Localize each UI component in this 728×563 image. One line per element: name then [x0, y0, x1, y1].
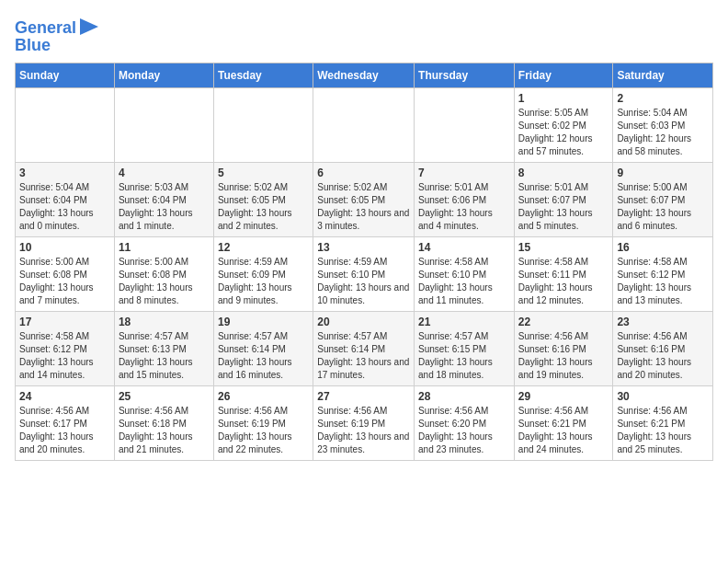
header-monday: Monday — [114, 63, 213, 87]
day-info: Sunrise: 4:56 AMSunset: 6:16 PMDaylight:… — [518, 330, 609, 382]
day-number: 29 — [518, 390, 609, 403]
day-cell: 27Sunrise: 4:56 AMSunset: 6:19 PMDayligh… — [313, 385, 415, 460]
day-info: Sunrise: 5:00 AMSunset: 6:08 PMDaylight:… — [19, 256, 110, 307]
day-number: 9 — [617, 167, 709, 179]
day-number: 27 — [317, 390, 410, 403]
header-thursday: Thursday — [415, 63, 515, 87]
day-cell: 14Sunrise: 4:58 AMSunset: 6:10 PMDayligh… — [415, 236, 515, 311]
day-number: 4 — [119, 167, 210, 179]
day-cell: 9Sunrise: 5:00 AMSunset: 6:07 PMDaylight… — [613, 162, 713, 236]
day-cell: 10Sunrise: 5:00 AMSunset: 6:08 PMDayligh… — [16, 236, 115, 311]
day-cell — [213, 87, 313, 162]
logo: General Blue — [15, 18, 98, 55]
day-number: 28 — [418, 390, 510, 403]
day-info: Sunrise: 4:56 AMSunset: 6:21 PMDaylight:… — [617, 405, 709, 456]
day-number: 10 — [19, 241, 110, 254]
day-info: Sunrise: 4:56 AMSunset: 6:18 PMDaylight:… — [119, 405, 210, 456]
day-cell: 20Sunrise: 4:57 AMSunset: 6:14 PMDayligh… — [313, 311, 415, 385]
day-cell: 11Sunrise: 5:00 AMSunset: 6:08 PMDayligh… — [114, 236, 213, 311]
day-cell: 4Sunrise: 5:03 AMSunset: 6:04 PMDaylight… — [114, 162, 213, 236]
day-info: Sunrise: 5:01 AMSunset: 6:07 PMDaylight:… — [518, 181, 609, 233]
day-info: Sunrise: 4:59 AMSunset: 6:10 PMDaylight:… — [317, 256, 410, 307]
day-cell: 25Sunrise: 4:56 AMSunset: 6:18 PMDayligh… — [114, 385, 213, 460]
header-friday: Friday — [514, 63, 613, 87]
day-number: 23 — [617, 316, 709, 328]
day-cell: 24Sunrise: 4:56 AMSunset: 6:17 PMDayligh… — [16, 385, 115, 460]
svg-marker-0 — [80, 18, 98, 35]
day-info: Sunrise: 4:58 AMSunset: 6:12 PMDaylight:… — [19, 330, 110, 382]
day-info: Sunrise: 4:56 AMSunset: 6:19 PMDaylight:… — [317, 405, 410, 456]
day-number: 12 — [218, 241, 309, 254]
day-cell: 19Sunrise: 4:57 AMSunset: 6:14 PMDayligh… — [213, 311, 313, 385]
day-cell: 17Sunrise: 4:58 AMSunset: 6:12 PMDayligh… — [16, 311, 115, 385]
calendar-table: SundayMondayTuesdayWednesdayThursdayFrid… — [15, 63, 713, 461]
logo-text: General — [15, 19, 76, 38]
day-cell — [16, 87, 115, 162]
day-cell: 18Sunrise: 4:57 AMSunset: 6:13 PMDayligh… — [114, 311, 213, 385]
day-info: Sunrise: 4:57 AMSunset: 6:13 PMDaylight:… — [119, 330, 210, 382]
day-cell: 5Sunrise: 5:02 AMSunset: 6:05 PMDaylight… — [213, 162, 313, 236]
day-number: 20 — [317, 316, 410, 328]
header-tuesday: Tuesday — [213, 63, 313, 87]
day-info: Sunrise: 5:05 AMSunset: 6:02 PMDaylight:… — [518, 107, 609, 158]
day-cell — [313, 87, 415, 162]
day-number: 24 — [19, 390, 110, 403]
day-info: Sunrise: 4:56 AMSunset: 6:20 PMDaylight:… — [418, 405, 510, 456]
day-number: 7 — [418, 167, 510, 179]
day-number: 18 — [119, 316, 210, 328]
logo-text-blue: Blue — [15, 36, 51, 54]
day-info: Sunrise: 4:56 AMSunset: 6:21 PMDaylight:… — [518, 405, 609, 456]
day-number: 17 — [19, 316, 110, 328]
week-row-4: 24Sunrise: 4:56 AMSunset: 6:17 PMDayligh… — [16, 385, 713, 460]
calendar-header: SundayMondayTuesdayWednesdayThursdayFrid… — [16, 63, 713, 87]
day-cell: 26Sunrise: 4:56 AMSunset: 6:19 PMDayligh… — [213, 385, 313, 460]
week-row-0: 1Sunrise: 5:05 AMSunset: 6:02 PMDaylight… — [16, 87, 713, 162]
day-cell: 30Sunrise: 4:56 AMSunset: 6:21 PMDayligh… — [613, 385, 713, 460]
day-info: Sunrise: 4:57 AMSunset: 6:14 PMDaylight:… — [317, 330, 410, 382]
day-number: 11 — [119, 241, 210, 254]
week-row-3: 17Sunrise: 4:58 AMSunset: 6:12 PMDayligh… — [16, 311, 713, 385]
day-cell: 7Sunrise: 5:01 AMSunset: 6:06 PMDaylight… — [415, 162, 515, 236]
day-cell — [415, 87, 515, 162]
day-number: 8 — [518, 167, 609, 179]
calendar-body: 1Sunrise: 5:05 AMSunset: 6:02 PMDaylight… — [16, 87, 713, 460]
logo-arrow-icon — [80, 18, 98, 35]
day-info: Sunrise: 4:57 AMSunset: 6:14 PMDaylight:… — [218, 330, 309, 382]
day-number: 30 — [617, 390, 709, 403]
day-number: 25 — [119, 390, 210, 403]
header-saturday: Saturday — [613, 63, 713, 87]
week-row-2: 10Sunrise: 5:00 AMSunset: 6:08 PMDayligh… — [16, 236, 713, 311]
day-number: 16 — [617, 241, 709, 254]
day-cell: 21Sunrise: 4:57 AMSunset: 6:15 PMDayligh… — [415, 311, 515, 385]
day-cell — [114, 87, 213, 162]
day-number: 26 — [218, 390, 309, 403]
day-cell: 16Sunrise: 4:58 AMSunset: 6:12 PMDayligh… — [613, 236, 713, 311]
header-sunday: Sunday — [16, 63, 115, 87]
day-info: Sunrise: 4:56 AMSunset: 6:17 PMDaylight:… — [19, 405, 110, 456]
day-cell: 13Sunrise: 4:59 AMSunset: 6:10 PMDayligh… — [313, 236, 415, 311]
header: General Blue — [15, 15, 713, 55]
day-number: 1 — [518, 92, 609, 105]
day-cell: 23Sunrise: 4:56 AMSunset: 6:16 PMDayligh… — [613, 311, 713, 385]
day-info: Sunrise: 4:58 AMSunset: 6:10 PMDaylight:… — [418, 256, 510, 307]
day-cell: 8Sunrise: 5:01 AMSunset: 6:07 PMDaylight… — [514, 162, 613, 236]
day-number: 2 — [617, 92, 709, 105]
day-info: Sunrise: 4:56 AMSunset: 6:16 PMDaylight:… — [617, 330, 709, 382]
day-info: Sunrise: 5:01 AMSunset: 6:06 PMDaylight:… — [418, 181, 510, 233]
day-number: 5 — [218, 167, 309, 179]
day-info: Sunrise: 5:00 AMSunset: 6:08 PMDaylight:… — [119, 256, 210, 307]
day-number: 13 — [317, 241, 410, 254]
day-cell: 3Sunrise: 5:04 AMSunset: 6:04 PMDaylight… — [16, 162, 115, 236]
header-row: SundayMondayTuesdayWednesdayThursdayFrid… — [16, 63, 713, 87]
day-info: Sunrise: 5:00 AMSunset: 6:07 PMDaylight:… — [617, 181, 709, 233]
day-cell: 28Sunrise: 4:56 AMSunset: 6:20 PMDayligh… — [415, 385, 515, 460]
day-cell: 2Sunrise: 5:04 AMSunset: 6:03 PMDaylight… — [613, 87, 713, 162]
day-cell: 15Sunrise: 4:58 AMSunset: 6:11 PMDayligh… — [514, 236, 613, 311]
day-cell: 1Sunrise: 5:05 AMSunset: 6:02 PMDaylight… — [514, 87, 613, 162]
day-info: Sunrise: 5:04 AMSunset: 6:04 PMDaylight:… — [19, 181, 110, 233]
day-info: Sunrise: 5:02 AMSunset: 6:05 PMDaylight:… — [218, 181, 309, 233]
day-info: Sunrise: 4:58 AMSunset: 6:11 PMDaylight:… — [518, 256, 609, 307]
day-info: Sunrise: 5:04 AMSunset: 6:03 PMDaylight:… — [617, 107, 709, 158]
day-number: 14 — [418, 241, 510, 254]
day-cell: 6Sunrise: 5:02 AMSunset: 6:05 PMDaylight… — [313, 162, 415, 236]
